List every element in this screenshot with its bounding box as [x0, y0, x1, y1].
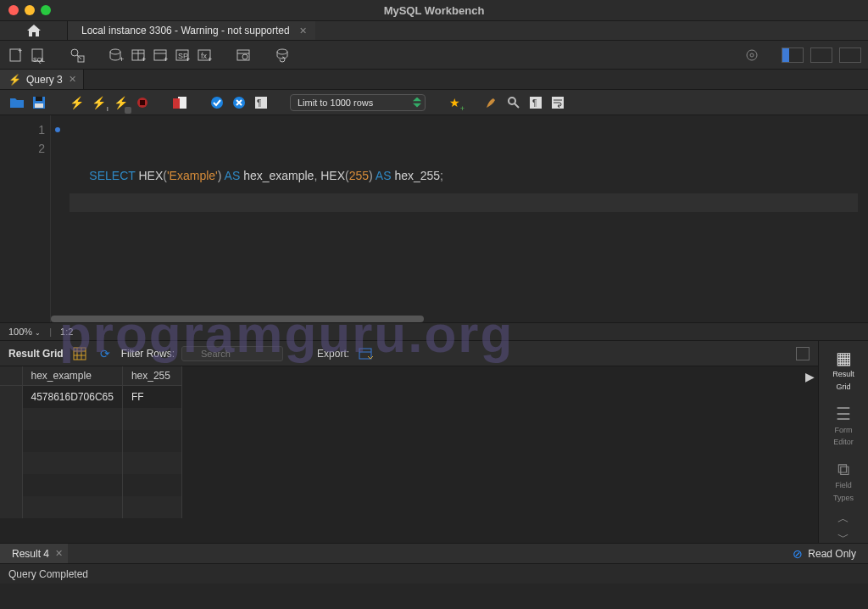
- close-icon[interactable]: ✕: [69, 74, 76, 85]
- window-titlebar: MySQL Workbench: [0, 0, 868, 20]
- explain-button[interactable]: ⚡: [112, 94, 129, 111]
- copy-icon[interactable]: [796, 347, 810, 360]
- row-limit-label: Limit to 1000 rows: [298, 98, 373, 108]
- rollback-button[interactable]: [231, 94, 248, 111]
- query-tab-bar: ⚡ Query 3 ✕: [0, 70, 868, 90]
- create-function-button[interactable]: fx+: [195, 46, 214, 64]
- home-button[interactable]: [0, 21, 68, 40]
- cell[interactable]: FF: [122, 386, 181, 409]
- toggle-autocommit-button[interactable]: [171, 94, 188, 111]
- window-title: MySQL Workbench: [0, 4, 868, 17]
- line-number: 2: [38, 142, 45, 155]
- settings-button[interactable]: [743, 46, 761, 64]
- beautify-button[interactable]: ★+: [446, 94, 463, 111]
- execute-current-button[interactable]: ⚡I: [90, 94, 107, 111]
- row-selector-header: [0, 366, 22, 386]
- cell[interactable]: 4578616D706C65: [22, 386, 122, 409]
- form-icon: ☰: [836, 405, 851, 422]
- commit-button[interactable]: [209, 94, 225, 111]
- create-procedure-button[interactable]: SP+: [173, 46, 192, 64]
- cursor-position: 1:2: [60, 327, 73, 337]
- result-grid[interactable]: ▶ hex_example hex_255 4578616D706C65 FF: [0, 366, 818, 543]
- open-sql-file-button[interactable]: SQL: [29, 46, 47, 64]
- row-limit-select[interactable]: Limit to 1000 rows: [290, 94, 426, 111]
- svg-point-24: [242, 54, 248, 59]
- svg-rect-30: [35, 103, 43, 108]
- stop-button[interactable]: [134, 94, 151, 111]
- query-tab[interactable]: ⚡ Query 3 ✕: [0, 70, 84, 89]
- query-tab-label: Query 3: [26, 74, 63, 86]
- column-header[interactable]: hex_255: [122, 366, 181, 386]
- svg-text:SQL: SQL: [33, 57, 45, 64]
- home-icon: [27, 25, 41, 36]
- result-area: Result Grid ⟳ Filter Rows: 🔍 Export: ▶ h…: [0, 341, 868, 543]
- sql-toolbar: ⚡ ⚡I ⚡ ¶ Limit to 1000 rows ★+ ¶: [0, 90, 868, 115]
- field-types-icon: ⧉: [837, 461, 849, 478]
- column-header[interactable]: hex_example: [22, 366, 122, 386]
- toggle-output-panel-button[interactable]: [810, 47, 832, 63]
- grid-view-icon[interactable]: [70, 344, 89, 363]
- execute-button[interactable]: ⚡: [68, 94, 85, 111]
- main-toolbar: + SQL + + + SP+ fx+: [0, 41, 868, 70]
- svg-text:+: +: [186, 55, 190, 64]
- reconnect-button[interactable]: [273, 46, 292, 64]
- readonly-icon: ⊘: [793, 547, 803, 561]
- svg-rect-34: [173, 98, 180, 109]
- readonly-indicator: ⊘ Read Only: [781, 544, 868, 563]
- svg-text:+: +: [120, 55, 124, 64]
- editor-code[interactable]: SELECT HEX('Example') AS hex_example, HE…: [51, 115, 868, 322]
- result-grid-view-button[interactable]: ▦ Result Grid: [822, 344, 865, 397]
- result-grid-label: Result Grid: [8, 348, 64, 360]
- search-button[interactable]: [505, 94, 522, 111]
- toggle-invisible-button[interactable]: ¶: [527, 94, 544, 111]
- result-tab-label: Result 4: [12, 548, 49, 560]
- find-button[interactable]: [483, 94, 500, 111]
- field-types-view-button[interactable]: ⧉ Field Types: [822, 455, 865, 508]
- refresh-icon[interactable]: ⟳: [96, 344, 114, 363]
- svg-text:+: +: [208, 55, 212, 64]
- connection-tab[interactable]: Local instance 3306 - Warning - not supp…: [68, 21, 315, 40]
- svg-text:+: +: [142, 55, 146, 64]
- svg-point-7: [110, 49, 120, 54]
- close-icon[interactable]: ✕: [299, 25, 307, 36]
- svg-point-26: [747, 50, 757, 60]
- table-header-row: hex_example hex_255: [0, 366, 181, 386]
- editor-footer: 100% ⌄ | 1:2: [0, 322, 868, 341]
- zoom-select[interactable]: 100% ⌄: [8, 327, 41, 337]
- svg-text:fx: fx: [201, 52, 208, 60]
- table-row[interactable]: 4578616D706C65 FF: [0, 386, 181, 409]
- svg-rect-29: [36, 97, 42, 101]
- inspector-button[interactable]: [68, 46, 86, 64]
- filter-rows-input[interactable]: [181, 346, 283, 361]
- expand-arrow-icon[interactable]: ▶: [805, 370, 815, 383]
- result-tab[interactable]: Result 4 ✕: [0, 544, 68, 563]
- export-button[interactable]: [356, 344, 375, 363]
- editor-gutter: 1 2: [0, 115, 51, 322]
- form-editor-view-button[interactable]: ☰ Form Editor: [822, 400, 865, 453]
- sql-editor[interactable]: 1 2 SELECT HEX('Example') AS hex_example…: [0, 115, 868, 322]
- close-icon[interactable]: ✕: [55, 548, 63, 559]
- wrap-button[interactable]: [549, 94, 566, 111]
- toggle-whitespace-button[interactable]: ¶: [253, 94, 270, 111]
- toggle-sidebar-right-button[interactable]: [839, 47, 861, 63]
- search-table-data-button[interactable]: [234, 46, 253, 64]
- svg-line-40: [515, 103, 519, 108]
- grid-icon: ▦: [836, 349, 852, 366]
- chevron-up-icon[interactable]: ︿: [837, 511, 849, 527]
- toggle-sidebar-left-button[interactable]: [782, 47, 804, 63]
- svg-text:+: +: [18, 47, 22, 55]
- editor-horizontal-scrollbar[interactable]: [51, 316, 424, 322]
- new-sql-tab-button[interactable]: +: [7, 46, 25, 64]
- save-file-button[interactable]: [31, 94, 47, 111]
- svg-point-39: [509, 98, 515, 104]
- create-table-button[interactable]: +: [129, 46, 147, 64]
- svg-point-25: [277, 49, 287, 54]
- svg-text:¶: ¶: [532, 98, 537, 108]
- status-text: Query Completed: [8, 568, 88, 580]
- create-schema-button[interactable]: +: [107, 46, 125, 64]
- result-side-panel: ▦ Result Grid ☰ Form Editor ⧉ Field Type…: [819, 341, 868, 543]
- create-view-button[interactable]: +: [151, 46, 170, 64]
- open-file-button[interactable]: [8, 94, 25, 111]
- filter-rows-label: Filter Rows:: [121, 348, 175, 360]
- result-main: Result Grid ⟳ Filter Rows: 🔍 Export: ▶ h…: [0, 341, 819, 543]
